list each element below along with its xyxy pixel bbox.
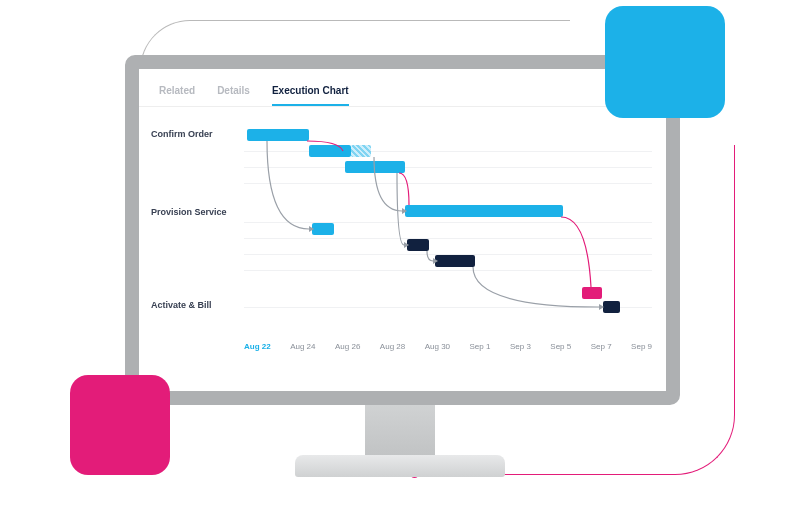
screen: Related Details Execution Chart Confirm … bbox=[139, 69, 666, 391]
task-bar[interactable] bbox=[407, 239, 429, 251]
task-bar[interactable] bbox=[247, 129, 309, 141]
axis-tick: Aug 24 bbox=[290, 342, 315, 351]
monitor-frame: Related Details Execution Chart Confirm … bbox=[125, 55, 680, 405]
decorative-pink-square bbox=[70, 375, 170, 475]
task-bar[interactable] bbox=[351, 145, 371, 157]
tab-details[interactable]: Details bbox=[217, 85, 250, 106]
gantt-chart: Confirm Order Provision Service Activate… bbox=[139, 107, 666, 357]
axis-tick: Aug 26 bbox=[335, 342, 360, 351]
row-label-provision: Provision Service bbox=[151, 207, 227, 217]
task-bar[interactable] bbox=[312, 223, 334, 235]
tab-bar: Related Details Execution Chart bbox=[139, 69, 666, 107]
axis-tick: Aug 30 bbox=[425, 342, 450, 351]
monitor-stand-base bbox=[295, 455, 505, 477]
axis-tick: Aug 28 bbox=[380, 342, 405, 351]
task-bar[interactable] bbox=[309, 145, 351, 157]
task-bar[interactable] bbox=[603, 301, 620, 313]
axis-tick: Aug 22 bbox=[244, 342, 271, 351]
gridline bbox=[244, 222, 652, 223]
gridline bbox=[244, 183, 652, 184]
tab-related[interactable]: Related bbox=[159, 85, 195, 106]
task-bar[interactable] bbox=[582, 287, 602, 299]
x-axis: Aug 22 Aug 24 Aug 26 Aug 28 Aug 30 Sep 1… bbox=[244, 342, 652, 351]
gridline bbox=[244, 151, 652, 152]
decorative-cyan-square bbox=[605, 6, 725, 118]
tab-execution-chart[interactable]: Execution Chart bbox=[272, 85, 349, 106]
dependency-connectors bbox=[139, 107, 666, 357]
row-label-activate: Activate & Bill bbox=[151, 300, 212, 310]
axis-tick: Sep 9 bbox=[631, 342, 652, 351]
gridline bbox=[244, 238, 652, 239]
axis-tick: Sep 1 bbox=[470, 342, 491, 351]
monitor-stand-neck bbox=[365, 405, 435, 460]
task-bar[interactable] bbox=[405, 205, 563, 217]
gridline bbox=[244, 270, 652, 271]
axis-tick: Sep 7 bbox=[591, 342, 612, 351]
gridline bbox=[244, 307, 652, 308]
axis-tick: Sep 3 bbox=[510, 342, 531, 351]
row-label-confirm: Confirm Order bbox=[151, 129, 213, 139]
task-bar[interactable] bbox=[345, 161, 405, 173]
gridline bbox=[244, 167, 652, 168]
task-bar[interactable] bbox=[435, 255, 475, 267]
axis-tick: Sep 5 bbox=[550, 342, 571, 351]
